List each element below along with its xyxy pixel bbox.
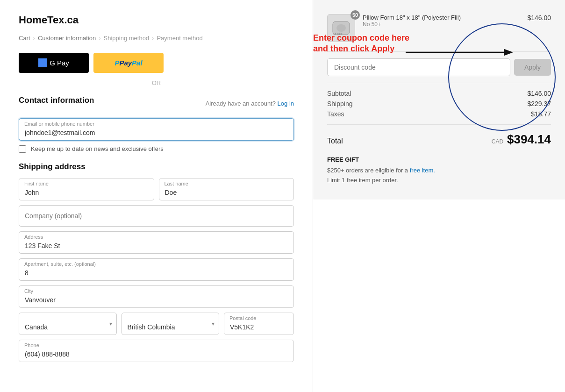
last-name-group: Last name — [159, 178, 294, 200]
pillow-svg-icon: 18"x18" — [331, 18, 351, 38]
email-field-group: Email or mobile phone number — [19, 118, 294, 141]
payment-buttons-row: G G Pay PPayPal — [19, 53, 294, 73]
product-quantity-badge: 50 — [350, 10, 360, 20]
company-group — [19, 205, 294, 227]
taxes-row: Taxes $18.77 — [327, 110, 551, 118]
email-label: Email or mobile phone number — [24, 121, 94, 127]
free-gift-section: FREE GIFT $250+ orders are eligible for … — [327, 156, 551, 185]
phone-group: Phone — [19, 340, 294, 362]
contact-section-header: Contact information Already have an acco… — [19, 96, 294, 112]
product-name: Pillow Form 18" x 18" (Polyester Fill) — [363, 14, 521, 21]
phone-label: Phone — [24, 342, 39, 348]
product-image: 18"x18" — [327, 14, 355, 42]
apply-button[interactable]: Apply — [514, 59, 551, 76]
breadcrumb-sep-3: › — [152, 35, 154, 42]
divider-3 — [327, 124, 551, 125]
breadcrumb: Cart › Customer information › Shipping m… — [19, 35, 294, 42]
divider-2 — [327, 83, 551, 83]
address-input[interactable] — [19, 231, 294, 254]
postal-label: Postal code — [229, 315, 256, 321]
annotation-arrow — [406, 45, 518, 59]
breadcrumb-sep-1: › — [33, 35, 35, 42]
phone-input[interactable] — [19, 340, 294, 362]
total-currency: CAD — [492, 138, 503, 145]
shipping-value: $229.37 — [527, 100, 551, 107]
subtotal-label: Subtotal — [327, 90, 351, 97]
breadcrumb-customer-info[interactable]: Customer information — [38, 35, 96, 42]
product-variant: No 50+ — [363, 21, 521, 28]
country-select-wrapper: Canada ▾ — [19, 313, 117, 335]
product-price-col: $146.00 — [527, 14, 551, 21]
breadcrumb-payment-method: Payment method — [157, 35, 202, 42]
product-row: 18"x18" 50 Pillow Form 18" x 18" (Polyes… — [327, 14, 551, 43]
product-info: Pillow Form 18" x 18" (Polyester Fill) N… — [363, 14, 521, 28]
newsletter-row: Keep me up to date on news and exclusive… — [19, 145, 294, 153]
login-link[interactable]: Log in — [278, 100, 294, 107]
contact-section-title: Contact information — [19, 96, 94, 105]
free-gift-text: $250+ orders are eligible for a free ite… — [327, 166, 551, 185]
subtotal-row: Subtotal $146.00 — [327, 90, 551, 97]
location-row: Country Canada ▾ Province British Columb… — [19, 313, 294, 340]
total-value: $394.14 — [507, 132, 551, 146]
svg-text:G: G — [38, 59, 43, 67]
province-group: Province British Columbia ▾ — [122, 313, 220, 335]
total-label: Total — [327, 137, 343, 145]
shipping-row: Shipping $229.37 — [327, 100, 551, 107]
last-name-label: Last name — [164, 181, 188, 186]
province-select-wrapper: British Columbia ▾ — [122, 313, 220, 335]
divider-1 — [327, 51, 551, 52]
shipping-section-title: Shipping address — [19, 162, 294, 171]
taxes-label: Taxes — [327, 110, 344, 118]
city-group: City — [19, 285, 294, 308]
left-panel: HomeTex.ca Cart › Customer information ›… — [0, 0, 313, 392]
apt-label: Apartment, suite, etc. (optional) — [24, 261, 96, 267]
free-item-link[interactable]: free item. — [410, 167, 435, 174]
province-select[interactable]: British Columbia — [122, 313, 220, 335]
paypal-button[interactable]: PPayPal — [93, 53, 164, 73]
free-gift-title: FREE GIFT — [327, 156, 551, 163]
right-panel: 18"x18" 50 Pillow Form 18" x 18" (Polyes… — [313, 0, 565, 200]
shipping-label: Shipping — [327, 100, 353, 107]
subtotal-value: $146.00 — [527, 90, 551, 97]
country-select[interactable]: Canada — [19, 313, 117, 335]
svg-point-2 — [336, 24, 346, 32]
breadcrumb-cart[interactable]: Cart — [19, 35, 30, 42]
svg-text:18"x18": 18"x18" — [333, 32, 343, 35]
city-label: City — [24, 288, 33, 294]
discount-code-input[interactable] — [327, 58, 510, 76]
newsletter-checkbox[interactable] — [19, 145, 26, 153]
free-gift-line1: $250+ orders are eligible for a — [327, 167, 408, 174]
name-row: First name Last name — [19, 178, 294, 205]
product-thumbnail: 18"x18" 50 — [327, 14, 356, 43]
paypal-icon: PPayPal — [114, 59, 142, 67]
company-input[interactable] — [19, 205, 294, 227]
discount-row: Apply — [327, 58, 551, 76]
total-amount-group: CAD $394.14 — [492, 132, 551, 147]
taxes-value: $18.77 — [531, 110, 551, 118]
first-name-label: First name — [24, 181, 49, 186]
breadcrumb-sep-2: › — [99, 35, 100, 42]
product-price: $146.00 — [527, 14, 551, 21]
site-title: HomeTex.ca — [19, 14, 294, 26]
gpay-label: G Pay — [50, 59, 69, 67]
newsletter-label: Keep me up to date on news and exclusive… — [31, 145, 164, 152]
or-divider: OR — [19, 79, 294, 86]
country-group: Country Canada ▾ — [19, 313, 117, 335]
google-g-icon: G — [38, 58, 47, 67]
address-label: Address — [24, 234, 43, 240]
annotation-line2: and then click Apply — [313, 44, 394, 53]
already-account-text: Already have an account? Log in — [206, 100, 294, 107]
apt-group: Apartment, suite, etc. (optional) — [19, 258, 294, 281]
first-name-group: First name — [19, 178, 154, 200]
postal-group: Postal code — [224, 313, 294, 335]
city-input[interactable] — [19, 285, 294, 308]
address-group: Address — [19, 231, 294, 254]
breadcrumb-shipping-method: Shipping method — [104, 35, 150, 42]
total-row: Total CAD $394.14 — [327, 132, 551, 147]
gpay-button[interactable]: G G Pay — [19, 53, 89, 73]
free-gift-line2: Limit 1 free item per order. — [327, 177, 398, 184]
